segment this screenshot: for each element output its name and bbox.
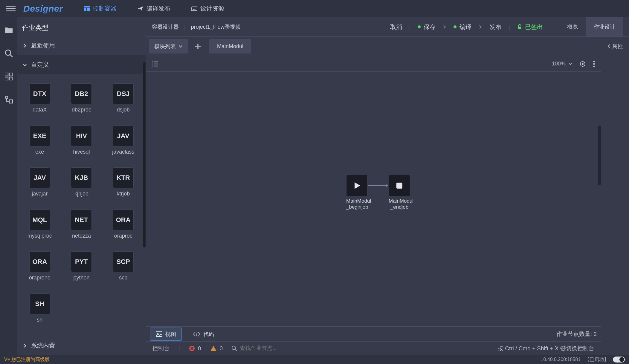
- node-count: 作业节点数量: 2: [556, 330, 597, 338]
- job-type-oraprone[interactable]: ORAoraprone: [20, 251, 60, 285]
- error-count[interactable]: 0: [189, 345, 201, 352]
- section-system[interactable]: 系统内置: [17, 336, 146, 355]
- job-type-sh[interactable]: SHsh: [20, 293, 60, 327]
- svg-rect-7: [5, 77, 8, 80]
- rail-folder-icon[interactable]: [4, 26, 13, 34]
- node-begin[interactable]: MainModul_beginjob: [346, 175, 368, 210]
- job-type-javaclass[interactable]: JAVjavaclass: [103, 126, 143, 159]
- more-icon[interactable]: [593, 61, 595, 67]
- job-type-label: javajar: [32, 191, 48, 197]
- svg-line-4: [10, 55, 13, 57]
- save-button[interactable]: 保存: [418, 23, 436, 31]
- service-toggle[interactable]: [613, 357, 625, 363]
- list-toggle-icon[interactable]: [152, 61, 158, 67]
- status-dot-icon: [418, 25, 421, 28]
- svg-point-16: [593, 65, 595, 67]
- console-search-input[interactable]: [240, 345, 306, 351]
- checkout-status[interactable]: 已签出: [517, 23, 543, 31]
- job-type-badge: ORA: [113, 209, 134, 230]
- side-panel-scrollbar[interactable]: [143, 37, 146, 355]
- topbar: Designer 控制容器 编译发布 设计资源: [0, 0, 629, 17]
- job-type-badge: ORA: [29, 251, 50, 272]
- stop-icon: [396, 182, 403, 189]
- svg-point-15: [593, 63, 595, 65]
- publish-button[interactable]: 发布: [489, 23, 501, 31]
- send-icon: [138, 6, 143, 12]
- svg-point-21: [232, 346, 236, 350]
- add-module-button[interactable]: [191, 39, 205, 53]
- app-logo: Designer: [23, 4, 63, 14]
- job-type-db2proc[interactable]: DB2db2proc: [62, 83, 102, 117]
- job-type-label: ktrjob: [117, 191, 130, 197]
- console-bar: 控制台 | 0 0 按 Ctrl / Cmd + Shift + X 键切换: [146, 341, 601, 355]
- warning-count[interactable]: 0: [210, 345, 223, 352]
- canvas-toolbar: 100%: [146, 56, 601, 72]
- node-label: MainModul_beginjob: [346, 198, 368, 210]
- rail-tree-icon[interactable]: [4, 96, 13, 104]
- view-overview-tab[interactable]: 概览: [559, 17, 586, 36]
- svg-rect-17: [396, 183, 402, 189]
- job-type-oraproc[interactable]: ORAoraproc: [103, 209, 143, 243]
- module-tab-main[interactable]: MainModul: [209, 39, 251, 53]
- job-type-exe[interactable]: EXEexe: [20, 126, 60, 159]
- console-search[interactable]: [232, 345, 306, 351]
- job-type-dsjob[interactable]: DSJdsjob: [103, 83, 143, 117]
- job-type-hivesql[interactable]: HIVhivesql: [62, 126, 102, 159]
- section-recent[interactable]: 最近使用: [17, 36, 146, 55]
- job-type-label: python: [73, 275, 89, 281]
- properties-toggle[interactable]: 属性: [601, 37, 629, 56]
- canvas[interactable]: MainModul_beginjob MainModul_endjob: [146, 72, 601, 326]
- job-type-kjbjob[interactable]: KJBkjbjob: [62, 167, 102, 201]
- svg-rect-8: [9, 77, 13, 80]
- rail-grid-icon[interactable]: [4, 72, 13, 81]
- compile-button[interactable]: 编译: [454, 23, 471, 31]
- zoom-dropdown[interactable]: 100%: [552, 61, 572, 67]
- caret-down-icon: [179, 45, 182, 48]
- chevron-right-icon: [23, 44, 27, 48]
- topbar-tab-compile-publish[interactable]: 编译发布: [138, 4, 170, 13]
- job-type-label: hivesql: [73, 149, 90, 155]
- separator: |: [409, 24, 411, 30]
- target-icon[interactable]: [579, 61, 586, 67]
- view-job-design-tab[interactable]: 作业设计: [586, 17, 623, 36]
- job-type-badge: DSJ: [113, 83, 134, 104]
- topbar-tab-control-container[interactable]: 控制容器: [84, 4, 117, 13]
- section-label: 自定义: [31, 61, 49, 69]
- inbox-icon: [191, 6, 197, 12]
- view-tab-visual[interactable]: 视图: [150, 328, 182, 341]
- job-type-label: scp: [119, 275, 127, 281]
- chevron-right-icon: [443, 25, 446, 29]
- rail-search-icon[interactable]: [4, 49, 13, 57]
- job-type-badge: SCP: [113, 251, 134, 272]
- svg-line-22: [235, 349, 237, 351]
- menu-icon[interactable]: [6, 6, 16, 11]
- job-type-mysqlproc[interactable]: MQLmysqlproc: [20, 209, 60, 243]
- host-address: 10.40.0.200:18581: [541, 357, 581, 362]
- module-list-dropdown[interactable]: 模块列表: [149, 39, 188, 53]
- job-type-label: oraproc: [114, 233, 132, 239]
- side-panel: 作业类型 最近使用 自定义 DTXdataXDB2db2procDSJdsjob…: [17, 17, 146, 355]
- job-type-javajar[interactable]: JAVjavajar: [20, 167, 60, 201]
- section-custom[interactable]: 自定义: [17, 55, 146, 74]
- breadcrumb-bar: 容器设计器 | project1_Flow录视频 取消 | 保存 编译 发布 |…: [146, 17, 629, 37]
- topbar-tab-design-resource[interactable]: 设计资源: [191, 4, 224, 13]
- job-type-label: db2proc: [72, 107, 91, 113]
- canvas-scrollbar[interactable]: [598, 72, 601, 326]
- svg-rect-11: [518, 27, 521, 29]
- job-type-badge: EXE: [29, 126, 50, 146]
- view-tab-code[interactable]: 代码: [188, 328, 219, 341]
- breadcrumb-designer: 容器设计器: [152, 23, 179, 30]
- job-type-label: javaclass: [112, 149, 134, 155]
- job-type-python[interactable]: PYTpython: [62, 251, 102, 285]
- warning-icon: [210, 345, 217, 351]
- edge[interactable]: [368, 185, 388, 186]
- cancel-button[interactable]: 取消: [390, 23, 402, 31]
- chevron-right-icon: [23, 344, 27, 348]
- job-type-netezza[interactable]: NETnetezza: [62, 209, 102, 243]
- job-type-ktrjob[interactable]: KTRktrjob: [103, 167, 143, 201]
- job-type-scp[interactable]: SCPscp: [103, 251, 143, 285]
- console-label[interactable]: 控制台: [152, 345, 170, 352]
- node-end[interactable]: MainModul_endjob: [389, 175, 410, 210]
- job-type-dataX[interactable]: DTXdataX: [20, 83, 60, 117]
- svg-point-14: [593, 61, 595, 62]
